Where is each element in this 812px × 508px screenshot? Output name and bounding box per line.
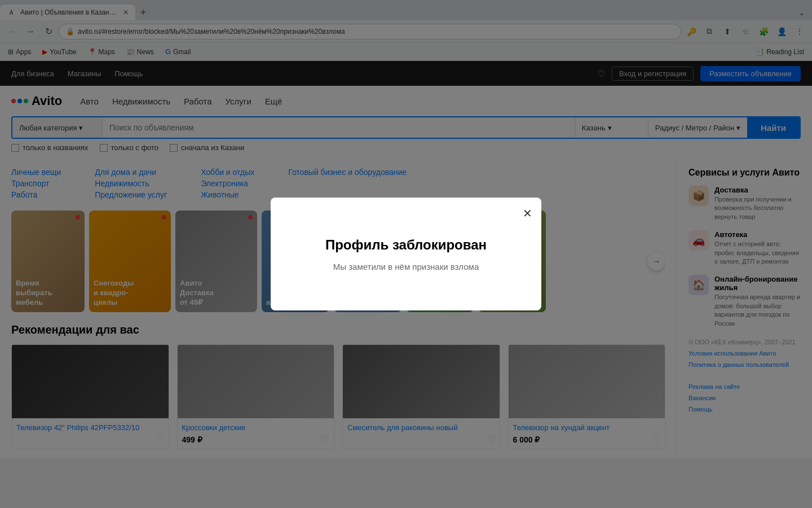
modal-title: Профиль заблокирован — [325, 237, 487, 253]
modal-close-button[interactable]: ✕ — [523, 207, 532, 220]
modal-box: ✕ Профиль заблокирован Мы заметили в нём… — [271, 198, 541, 310]
modal-subtitle: Мы заметили в нём признаки взлома — [333, 262, 479, 271]
close-icon: ✕ — [523, 207, 532, 220]
modal-overlay[interactable]: ✕ Профиль заблокирован Мы заметили в нём… — [0, 0, 812, 508]
